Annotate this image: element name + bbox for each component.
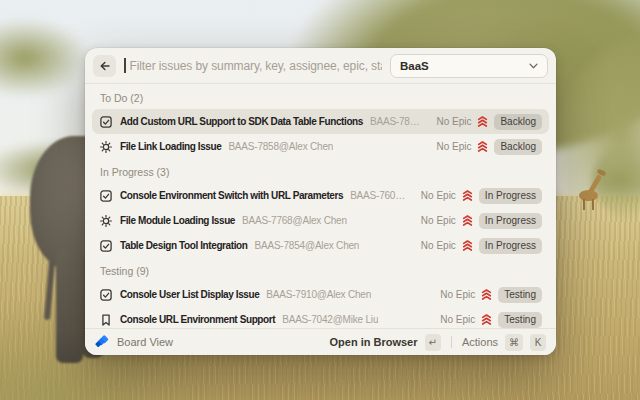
priority-highest-icon xyxy=(461,239,474,252)
priority-highest-icon xyxy=(480,313,493,326)
issue-key: BAAS-7609@Alex Chen xyxy=(350,190,407,201)
jira-icon xyxy=(95,335,110,350)
status-badge: In Progress xyxy=(479,188,542,204)
issue-section: In Progress (3)Console Environment Switc… xyxy=(92,161,549,258)
issue-title: File Link Loading Issue xyxy=(120,141,221,152)
section-header: To Do (2) xyxy=(92,87,549,109)
issue-key: BAAS-7854@Alex Chen xyxy=(254,240,359,251)
status-badge: Testing xyxy=(498,287,542,303)
arrow-left-icon xyxy=(99,60,111,72)
issue-epic: No Epic xyxy=(440,289,475,300)
bookmark-icon xyxy=(99,313,113,327)
actions-button[interactable]: Actions xyxy=(462,336,498,348)
issue-key: BAAS-7910@Alex Chen xyxy=(266,289,371,300)
issue-row[interactable]: Add Custom URL Support to SDK Data Table… xyxy=(92,109,549,134)
issue-epic: No Epic xyxy=(436,116,471,127)
issue-epic: No Epic xyxy=(421,215,456,226)
footer-bar: Board View Open in Browser ↵ Actions ⌘ K xyxy=(85,328,556,355)
issue-key: BAAS-7858@Alex Chen xyxy=(228,141,333,152)
chevron-down-icon xyxy=(529,63,538,69)
giraffe xyxy=(577,166,619,210)
status-badge: Testing xyxy=(498,312,542,328)
text-cursor xyxy=(124,58,126,73)
issue-row[interactable]: Console User List Display IssueBAAS-7910… xyxy=(92,282,549,307)
back-button[interactable] xyxy=(93,55,116,77)
section-header: In Progress (3) xyxy=(92,161,549,183)
issue-row[interactable]: Console URL Environment SupportBAAS-7042… xyxy=(92,307,549,328)
k-keycap: K xyxy=(530,334,546,351)
priority-highest-icon xyxy=(476,140,489,153)
command-keycap: ⌘ xyxy=(505,334,523,351)
issue-title: File Module Loading Issue xyxy=(120,215,235,226)
search-input[interactable]: Filter issues by summary, key, assignee,… xyxy=(130,59,383,73)
issue-title: Table Design Tool Integration xyxy=(120,240,247,251)
return-keycap: ↵ xyxy=(425,334,441,351)
giraffe-leg xyxy=(583,199,585,210)
priority-highest-icon xyxy=(461,214,474,227)
issue-key: BAAS-7768@Alex Chen xyxy=(242,215,347,226)
issue-title: Console URL Environment Support xyxy=(120,314,275,325)
tree-canopy-left xyxy=(0,18,90,98)
section-header: Testing (9) xyxy=(92,260,549,282)
issue-row[interactable]: File Link Loading IssueBAAS-7858@Alex Ch… xyxy=(92,134,549,159)
priority-highest-icon xyxy=(461,189,474,202)
footer-divider xyxy=(451,336,452,348)
view-label: Board View xyxy=(117,336,173,348)
status-badge: In Progress xyxy=(479,238,542,254)
open-in-browser-button[interactable]: Open in Browser xyxy=(330,336,418,348)
issue-row[interactable]: File Module Loading IssueBAAS-7768@Alex … xyxy=(92,208,549,233)
task-checkbox-icon xyxy=(99,239,113,253)
giraffe-body xyxy=(579,190,598,201)
status-badge: Backlog xyxy=(494,139,542,155)
issue-section: Testing (9)Console User List Display Iss… xyxy=(92,260,549,328)
issue-key: BAAS-7042@Mike Liu xyxy=(282,314,378,325)
task-checkbox-icon xyxy=(99,115,113,129)
issue-title: Add Custom URL Support to SDK Data Table… xyxy=(120,116,363,127)
issue-section: To Do (2)Add Custom URL Support to SDK D… xyxy=(92,87,549,159)
project-dropdown-value: BaaS xyxy=(400,60,523,72)
priority-highest-icon xyxy=(480,288,493,301)
elephant-leg xyxy=(56,248,83,363)
issue-row[interactable]: Table Design Tool IntegrationBAAS-7854@A… xyxy=(92,233,549,258)
issue-epic: No Epic xyxy=(436,141,471,152)
issue-epic: No Epic xyxy=(421,240,456,251)
status-badge: Backlog xyxy=(494,114,542,130)
issue-title: Console Environment Switch with URL Para… xyxy=(120,190,343,201)
issue-epic: No Epic xyxy=(440,314,475,325)
issue-list: To Do (2)Add Custom URL Support to SDK D… xyxy=(85,84,556,328)
issue-row[interactable]: Console Environment Switch with URL Para… xyxy=(92,183,549,208)
giraffe-leg xyxy=(592,199,594,210)
status-badge: In Progress xyxy=(479,213,542,229)
issue-key: BAAS-7888@Alex Chen xyxy=(370,116,422,127)
bug-icon xyxy=(99,140,113,154)
task-checkbox-icon xyxy=(99,288,113,302)
issue-title: Console User List Display Issue xyxy=(120,289,259,300)
priority-highest-icon xyxy=(476,115,489,128)
project-dropdown[interactable]: BaaS xyxy=(390,54,548,78)
issue-filter-window: Filter issues by summary, key, assignee,… xyxy=(85,48,556,355)
task-checkbox-icon xyxy=(99,189,113,203)
issue-epic: No Epic xyxy=(421,190,456,201)
bug-icon xyxy=(99,214,113,228)
search-header: Filter issues by summary, key, assignee,… xyxy=(85,48,556,84)
